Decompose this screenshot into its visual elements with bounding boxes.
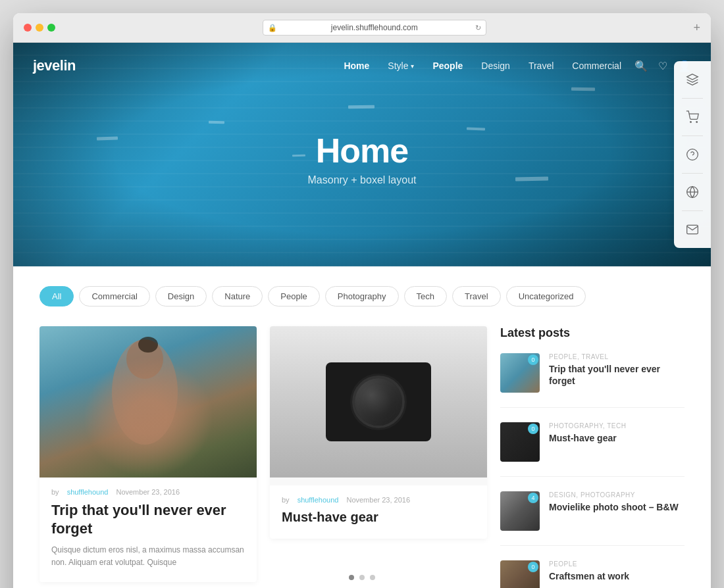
post-title-2[interactable]: Must-have gear (282, 509, 475, 526)
latest-post-info-3: DESIGN, PHOTOGRAPHY Movielike photo shoo… (549, 491, 685, 513)
post-meta-2: by shufflehound November 23, 2016 (282, 496, 475, 504)
latest-post-title-2[interactable]: Must-have gear (549, 432, 685, 444)
nav-links: Home Style ▾ People Design Travel Commer… (344, 61, 621, 71)
post-by-2: by (282, 496, 290, 504)
hero-section: jevelin Home Style ▾ People Design Trave… (13, 43, 711, 266)
filter-design[interactable]: Design (155, 286, 207, 306)
globe-icon-btn[interactable] (679, 179, 706, 205)
sidebar-divider-4 (682, 210, 703, 211)
filter-uncategorized[interactable]: Uncategorized (506, 286, 586, 306)
latest-posts-sidebar: Latest posts 0 PEOPLE, TRAVEL Trip that … (500, 326, 685, 588)
camera-body (326, 362, 431, 441)
content-grid: by shufflehound November 23, 2016 Trip t… (39, 326, 685, 588)
post-meta-1: by shufflehound November 23, 2016 (51, 488, 245, 496)
latest-post-thumb-1: 0 (500, 353, 540, 393)
latest-post-info-4: PEOPLE Craftsmen at work (549, 560, 685, 582)
filter-commercial[interactable]: Commercial (79, 286, 149, 306)
post-excerpt-1: Quisque dictum eros nisl, a maximus mass… (51, 544, 245, 569)
nav-style[interactable]: Style ▾ (388, 61, 414, 71)
camera-lens (352, 376, 405, 428)
latest-post-cats-1: PEOPLE, TRAVEL (549, 353, 685, 360)
hero-subtitle: Masonry + boxel layout (308, 174, 417, 186)
post-date-1: November 23, 2016 (116, 488, 180, 496)
post-card-body-2: by shufflehound November 23, 2016 Must-h… (270, 485, 487, 539)
latest-post-badge-1: 0 (528, 355, 538, 365)
nav-design[interactable]: Design (481, 61, 510, 71)
latest-post-cats-2: PHOTOGRAPHY, TECH (549, 422, 685, 429)
sidebar-divider (682, 98, 703, 99)
filter-travel[interactable]: Travel (452, 286, 501, 306)
post-author-2[interactable]: shufflehound (297, 496, 339, 504)
filter-tech[interactable]: Tech (404, 286, 447, 306)
minimize-dot[interactable] (36, 24, 43, 32)
post-author-1[interactable]: shufflehound (67, 488, 109, 496)
layers-icon-btn[interactable] (679, 66, 706, 93)
website-content: jevelin Home Style ▾ People Design Trave… (13, 43, 711, 588)
browser-dots (24, 24, 55, 32)
latest-post-thumb-4: 0 (500, 560, 540, 588)
svg-point-0 (690, 122, 692, 123)
post-image-camera (270, 326, 487, 478)
lock-icon: 🔒 (268, 24, 277, 32)
latest-post-cats-3: DESIGN, PHOTOGRAPHY (549, 491, 685, 499)
right-sidebar (674, 61, 711, 248)
main-content: All Commercial Design Nature People Phot… (13, 266, 711, 588)
chevron-down-icon: ▾ (411, 62, 414, 70)
latest-posts-title: Latest posts (500, 326, 685, 340)
filter-tabs: All Commercial Design Nature People Phot… (39, 286, 685, 306)
search-icon[interactable]: 🔍 (634, 60, 648, 72)
latest-post-info-1: PEOPLE, TRAVEL Trip that you'll never ev… (549, 353, 685, 387)
filter-people[interactable]: People (268, 286, 319, 306)
close-dot[interactable] (24, 24, 32, 32)
new-tab-button[interactable]: + (693, 21, 700, 35)
svg-point-2 (687, 149, 698, 160)
latest-post-title-3[interactable]: Movielike photo shoot – B&W (549, 501, 685, 513)
svg-point-1 (696, 122, 698, 123)
latest-post-info-2: PHOTOGRAPHY, TECH Must-have gear (549, 422, 685, 444)
post-by-1: by (51, 488, 59, 496)
site-logo[interactable]: jevelin (33, 57, 76, 74)
filter-all[interactable]: All (39, 286, 74, 306)
latest-post-item-3[interactable]: 4 DESIGN, PHOTOGRAPHY Movielike photo sh… (500, 491, 685, 546)
nav-commercial[interactable]: Commercial (572, 61, 621, 71)
browser-window: 🔒 ↻ + jevelin Home Sty (13, 13, 711, 588)
latest-post-badge-2: 0 (528, 424, 538, 434)
latest-post-thumb-3: 4 (500, 491, 540, 531)
post-date-2: November 23, 2016 (346, 496, 410, 504)
post-title-1[interactable]: Trip that you'll never ever forget (51, 501, 245, 537)
svg-point-8 (138, 337, 158, 353)
latest-post-title-4[interactable]: Craftsmen at work (549, 570, 685, 582)
latest-post-item-4[interactable]: 0 PEOPLE Craftsmen at work (500, 560, 685, 588)
nav-home[interactable]: Home (344, 61, 369, 71)
cart-icon-btn[interactable] (679, 104, 706, 130)
mail-icon-btn[interactable] (679, 216, 706, 243)
latest-post-item-2[interactable]: 0 PHOTOGRAPHY, TECH Must-have gear (500, 422, 685, 477)
heart-icon[interactable]: ♡ (658, 60, 667, 72)
latest-post-thumb-2: 0 (500, 422, 540, 462)
sidebar-divider-3 (682, 173, 703, 174)
main-nav: jevelin Home Style ▾ People Design Trave… (13, 43, 711, 89)
filter-nature[interactable]: Nature (212, 286, 263, 306)
nav-people[interactable]: People (432, 61, 463, 71)
post-card-1[interactable]: by shufflehound November 23, 2016 Trip t… (39, 326, 257, 582)
post-card-2[interactable]: by shufflehound November 23, 2016 Must-h… (270, 326, 487, 539)
question-icon-btn[interactable] (679, 141, 706, 168)
latest-post-cats-4: PEOPLE (549, 560, 685, 568)
refresh-icon[interactable]: ↻ (475, 24, 481, 32)
post-image-woman (39, 326, 257, 478)
latest-post-item-1[interactable]: 0 PEOPLE, TRAVEL Trip that you'll never … (500, 353, 685, 408)
address-bar: 🔒 ↻ (63, 20, 685, 36)
latest-post-title-1[interactable]: Trip that you'll never ever forget (549, 363, 685, 387)
filter-photography[interactable]: Photography (325, 286, 399, 306)
sidebar-divider-2 (682, 135, 703, 136)
post-card-body-1: by shufflehound November 23, 2016 Trip t… (39, 478, 257, 582)
hero-title: Home (308, 134, 417, 168)
nav-travel[interactable]: Travel (529, 61, 554, 71)
browser-chrome: 🔒 ↻ + (13, 13, 711, 43)
maximize-dot[interactable] (47, 24, 55, 32)
latest-post-badge-3: 4 (528, 493, 538, 503)
url-input[interactable] (263, 20, 486, 36)
latest-post-badge-4: 0 (528, 562, 538, 572)
hero-content: Home Masonry + boxel layout (308, 134, 417, 186)
